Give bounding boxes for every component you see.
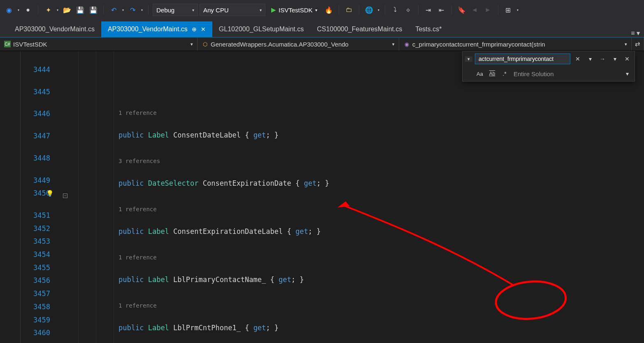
chevron-down-icon: ▾	[191, 42, 193, 47]
save-icon[interactable]: 💾	[74, 4, 86, 16]
find-close-icon[interactable]: ✕	[573, 54, 583, 64]
browser-link-icon[interactable]: 🌐	[363, 4, 375, 16]
lineno	[21, 77, 50, 86]
lineno: 3452	[21, 222, 50, 236]
undo-icon[interactable]: ↶	[108, 4, 119, 16]
lineno: 3457	[21, 287, 50, 301]
class-icon: ⬡	[202, 41, 208, 47]
play-icon: ▶	[271, 6, 276, 14]
nav-swap-button[interactable]: ⇄	[632, 37, 644, 51]
lineno: 3459	[21, 314, 50, 327]
match-case-icon[interactable]: Aa	[475, 69, 485, 79]
step-over-icon[interactable]: ⟐	[402, 4, 414, 16]
find-panel-close-icon[interactable]: ✕	[622, 54, 632, 64]
tab-label: GL102000_GLSetupMaint.cs	[219, 26, 304, 33]
lineno: 3449	[21, 174, 50, 187]
indent-icon[interactable]: ⇥	[423, 4, 434, 16]
hot-reload-icon[interactable]: 🔥	[323, 4, 335, 16]
platform-dropdown[interactable]: Any CPU ▾	[200, 4, 265, 16]
save-all-icon[interactable]: 💾	[88, 4, 99, 16]
fold-toggle[interactable]	[63, 194, 67, 198]
extensions-icon[interactable]: ⊞	[502, 4, 514, 16]
codelens[interactable]: 1 reference	[69, 203, 644, 212]
next-bookmark-icon[interactable]: ►	[482, 4, 494, 16]
lineno: 3451	[21, 209, 50, 222]
nav-member-dropdown[interactable]: ◉ c_primarycontactcurrent_frmprimarycont…	[399, 37, 632, 51]
lightbulb-icon[interactable]: 💡	[46, 190, 54, 197]
nav-back-menu[interactable]: ▾	[16, 7, 21, 13]
navigation-bar: C# ISVTestSDK ▾ ⬡ GeneratedWrappers.Acum…	[0, 37, 644, 51]
undo-menu[interactable]: ▾	[121, 7, 125, 13]
csharp-file-icon: C#	[4, 41, 11, 47]
config-dropdown[interactable]: Debug ▾	[153, 4, 198, 16]
find-next-icon[interactable]: →	[598, 54, 607, 64]
chevron-down-icon: ▾	[192, 8, 194, 12]
bookmark-icon[interactable]: 🔖	[456, 4, 467, 16]
document-tabs: AP303000_VendorMaint.cs AP303000_VendorM…	[0, 20, 644, 37]
nav-forward-button[interactable]: ●	[22, 4, 34, 16]
nav-project-dropdown[interactable]: C# ISVTestSDK ▾	[0, 37, 198, 51]
redo-icon[interactable]: ↷	[127, 4, 138, 16]
tab-vendor-inactive[interactable]: AP303000_VendorMaint.cs	[8, 21, 101, 37]
code-content[interactable]: 1 reference public Label ConsentDateLabe…	[69, 51, 644, 343]
find-dropdown-icon[interactable]: ▾	[585, 54, 595, 64]
new-file-icon[interactable]: ✦	[42, 4, 54, 16]
nav-class-dropdown[interactable]: ⬡ GeneratedWrappers.Acumatica.AP303000_V…	[198, 37, 399, 51]
lineno	[21, 98, 50, 107]
platform-value: Any CPU	[203, 7, 229, 14]
start-debug-button[interactable]: ▶ ISVTestSDK ▾	[267, 4, 321, 16]
browser-link-menu[interactable]: ▾	[377, 7, 381, 13]
regex-icon[interactable]: .*	[500, 69, 509, 79]
glyph-margin	[0, 51, 21, 343]
method-icon: ◉	[403, 41, 410, 47]
find-menu-icon[interactable]: ▾	[610, 54, 620, 64]
codelens[interactable]: 1 reference	[69, 299, 644, 308]
chevron-down-icon: ▾	[625, 42, 627, 47]
lineno: 3454	[21, 248, 50, 261]
codelens[interactable]: 1 reference	[69, 251, 644, 260]
pin-icon[interactable]: ⊕	[192, 26, 197, 33]
lineno	[21, 54, 50, 63]
separator	[38, 5, 38, 14]
find-in-files-icon[interactable]: 🗀	[343, 4, 355, 16]
find-input[interactable]	[475, 54, 570, 64]
start-target-label: ISVTestSDK	[279, 7, 313, 14]
lineno: 3448	[21, 152, 50, 165]
separator	[339, 5, 339, 14]
nav-project-label: ISVTestSDK	[13, 41, 47, 48]
nav-back-button[interactable]: ◉	[3, 4, 15, 16]
tab-label: Tests.cs*	[415, 26, 442, 33]
open-folder-icon[interactable]: 📂	[61, 4, 73, 16]
codelens[interactable]: 1 reference	[69, 107, 644, 116]
tab-glsetup[interactable]: GL102000_GLSetupMaint.cs	[212, 21, 310, 37]
expand-replace-toggle[interactable]: ▾	[465, 56, 472, 62]
main-toolbar: ◉ ▾ ● ✦ ▾ 📂 💾 💾 ↶ ▾ ↷ ▾ Debug ▾ Any CPU …	[0, 0, 644, 20]
step-into-icon[interactable]: ⤵	[389, 4, 401, 16]
scope-dropdown-icon[interactable]: ▾	[622, 69, 632, 79]
prev-bookmark-icon[interactable]: ◄	[469, 4, 481, 16]
new-file-menu[interactable]: ▾	[56, 7, 60, 13]
tab-features[interactable]: CS100000_FeaturesMaint.cs	[310, 21, 409, 37]
tab-overflow[interactable]: ≡ ▾	[631, 29, 644, 37]
lineno: 3446	[21, 107, 50, 121]
tab-label: AP303000_VendorMaint.cs	[15, 26, 95, 33]
whole-word-icon[interactable]: Ab	[487, 69, 497, 79]
separator	[498, 5, 498, 14]
lineno: 3461	[21, 340, 50, 343]
separator	[148, 5, 149, 14]
extensions-menu[interactable]: ▾	[516, 7, 520, 13]
close-icon[interactable]: ✕	[201, 26, 206, 33]
lineno: 3453	[21, 235, 50, 248]
lineno: 3456	[21, 274, 50, 287]
editor[interactable]: 3444 3445 3446 3447 3448 3449 3450 3451 …	[0, 51, 644, 343]
tab-label: AP303000_VendorMaint.cs	[108, 26, 188, 33]
tab-tests[interactable]: Tests.cs*	[409, 21, 448, 37]
tab-vendor-active[interactable]: AP303000_VendorMaint.cs ⊕ ✕	[101, 21, 212, 37]
outdent-icon[interactable]: ⇤	[436, 4, 447, 16]
find-scope-label[interactable]: Entire Solution	[512, 70, 620, 77]
separator	[359, 5, 359, 14]
codelens[interactable]: 3 references	[69, 155, 644, 164]
redo-menu[interactable]: ▾	[140, 7, 144, 13]
nav-class-label: GeneratedWrappers.Acumatica.AP303000_Ven…	[211, 41, 349, 48]
lineno	[21, 165, 50, 174]
